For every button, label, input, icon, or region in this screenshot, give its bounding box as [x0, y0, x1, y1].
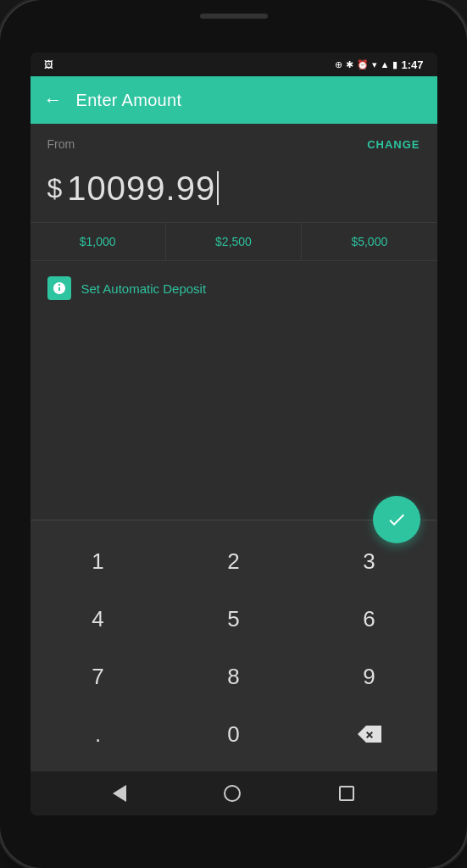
- nav-back-button[interactable]: [113, 785, 126, 802]
- key-2[interactable]: 2: [179, 534, 289, 588]
- quick-amount-1000[interactable]: $1,000: [31, 223, 166, 260]
- from-row: From CHANGE: [31, 124, 437, 158]
- key-0[interactable]: 0: [179, 707, 289, 761]
- content-area: From CHANGE $ 10099.99 $1,000 $2,500 $5,…: [31, 124, 437, 520]
- nav-back-icon: [113, 785, 126, 802]
- nav-bar: [31, 771, 437, 815]
- key-1[interactable]: 1: [43, 534, 153, 588]
- change-button[interactable]: CHANGE: [367, 138, 420, 151]
- status-time: 1:47: [401, 58, 423, 71]
- photo-icon: 🖼: [44, 59, 53, 70]
- status-bar: 🖼 ⊕ ✱ ⏰ ▾ ▲ ▮ 1:47: [31, 53, 437, 76]
- status-right: ⊕ ✱ ⏰ ▾ ▲ ▮ 1:47: [335, 58, 424, 71]
- phone-screen: 🖼 ⊕ ✱ ⏰ ▾ ▲ ▮ 1:47 ← Enter Amount From C…: [31, 53, 437, 815]
- key-9[interactable]: 9: [314, 649, 425, 704]
- key-5[interactable]: 5: [179, 592, 289, 646]
- quick-amount-2500[interactable]: $2,500: [166, 223, 302, 260]
- alarm-icon: ⏰: [357, 59, 369, 70]
- location-icon: ⊕: [335, 59, 342, 70]
- bluetooth-icon: ✱: [346, 59, 353, 70]
- phone-frame: 🖼 ⊕ ✱ ⏰ ▾ ▲ ▮ 1:47 ← Enter Amount From C…: [0, 0, 467, 868]
- amount-value[interactable]: 10099.99: [67, 171, 219, 205]
- key-8[interactable]: 8: [179, 649, 289, 704]
- auto-deposit-icon: [47, 276, 71, 300]
- spacer: [31, 315, 437, 520]
- auto-deposit-row[interactable]: Set Automatic Deposit: [31, 261, 437, 315]
- key-6[interactable]: 6: [314, 592, 425, 646]
- nav-home-icon: [224, 785, 241, 802]
- keypad-row-1: 1 2 3: [31, 534, 437, 588]
- quick-amount-5000[interactable]: $5,000: [302, 223, 436, 260]
- status-left: 🖼: [44, 59, 53, 70]
- speaker: [200, 14, 268, 19]
- wifi-icon: ▾: [372, 59, 377, 70]
- nav-recents-button[interactable]: [339, 786, 354, 801]
- from-label: From: [47, 137, 75, 151]
- nav-home-button[interactable]: [224, 785, 241, 802]
- page-title: Enter Amount: [76, 91, 182, 110]
- app-bar: ← Enter Amount: [31, 76, 437, 124]
- nav-recents-icon: [339, 786, 354, 801]
- keypad-row-4: . 0: [31, 707, 437, 761]
- keypad-row-2: 4 5 6: [31, 592, 437, 646]
- amount-display: $ 10099.99: [31, 158, 437, 222]
- auto-deposit-text: Set Automatic Deposit: [81, 281, 207, 296]
- keypad-row-3: 7 8 9: [31, 649, 437, 704]
- confirm-button[interactable]: [373, 496, 420, 543]
- key-backspace[interactable]: [314, 707, 425, 761]
- key-4[interactable]: 4: [43, 592, 153, 646]
- key-7[interactable]: 7: [43, 649, 153, 704]
- key-decimal[interactable]: .: [43, 707, 153, 761]
- keypad: 1 2 3 4 5 6 7 8 9 . 0: [31, 520, 437, 771]
- currency-symbol: $: [47, 173, 63, 204]
- quick-amounts: $1,000 $2,500 $5,000: [31, 222, 437, 261]
- back-button[interactable]: ←: [44, 89, 63, 111]
- signal-icon: ▲: [381, 59, 390, 70]
- key-3[interactable]: 3: [314, 534, 425, 588]
- battery-icon: ▮: [392, 59, 398, 70]
